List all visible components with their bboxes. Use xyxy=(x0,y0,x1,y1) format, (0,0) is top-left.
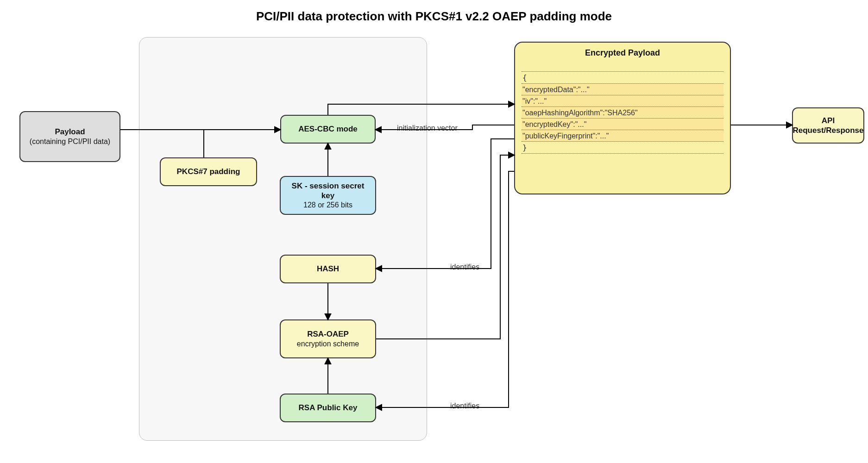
payload-sub: (containing PCI/PII data) xyxy=(30,137,110,146)
api-node: API Request/Response xyxy=(792,107,864,144)
hash-label: HASH xyxy=(317,264,339,274)
sk-sub: 128 or 256 bits xyxy=(303,200,352,210)
rsaoaep-node: RSA-OAEP encryption scheme xyxy=(280,319,376,358)
connector-lines xyxy=(0,0,868,463)
rsaoaep-sub: encryption scheme xyxy=(297,339,359,349)
encrypted-payload-row-1: "iv":"..." xyxy=(522,95,723,107)
pkcs7-label: PKCS#7 padding xyxy=(177,167,240,176)
encrypted-payload-row-2: "oaepHashingAlgorithm":"SHA256" xyxy=(522,106,723,119)
pkcs7-node: PKCS#7 padding xyxy=(160,157,257,186)
encrypted-payload-row-0: "encryptedData":"..." xyxy=(522,83,723,95)
hash-node: HASH xyxy=(280,255,376,283)
diagram-canvas: PCI/PII data protection with PKCS#1 v2.2… xyxy=(0,0,868,463)
edge-label-ident-key: identifies xyxy=(449,402,480,410)
encrypted-payload-row-3: "encryptedKey":"..." xyxy=(522,118,723,130)
payload-title: Payload xyxy=(55,127,85,137)
diagram-title: PCI/PII data protection with PKCS#1 v2.2… xyxy=(0,9,868,24)
sk-node: SK - session secret key 128 or 256 bits xyxy=(280,176,376,215)
encrypted-payload-row-4: "publicKeyFingerprint":"..." xyxy=(522,130,723,142)
api-title: API xyxy=(822,116,835,125)
aes-node: AES-CBC mode xyxy=(280,115,376,144)
payload-node: Payload (containing PCI/PII data) xyxy=(19,111,120,162)
rsapub-node: RSA Public Key xyxy=(280,394,376,422)
edge-label-ident-hash: identifies xyxy=(449,263,480,271)
encrypted-payload-close: } xyxy=(522,141,723,154)
sk-title: SK - session secret key xyxy=(285,181,371,201)
rsaoaep-title: RSA-OAEP xyxy=(307,329,349,339)
encrypted-payload-open: { xyxy=(522,71,723,84)
process-group xyxy=(139,37,427,441)
encrypted-payload-title: Encrypted Payload xyxy=(522,48,723,58)
api-sub: Request/Response xyxy=(793,125,863,135)
rsapub-label: RSA Public Key xyxy=(299,403,358,413)
edge-label-iv: initialization vector xyxy=(396,124,459,132)
encrypted-payload-node: Encrypted Payload { "encryptedData":"...… xyxy=(514,42,731,194)
aes-label: AES-CBC mode xyxy=(298,124,358,134)
